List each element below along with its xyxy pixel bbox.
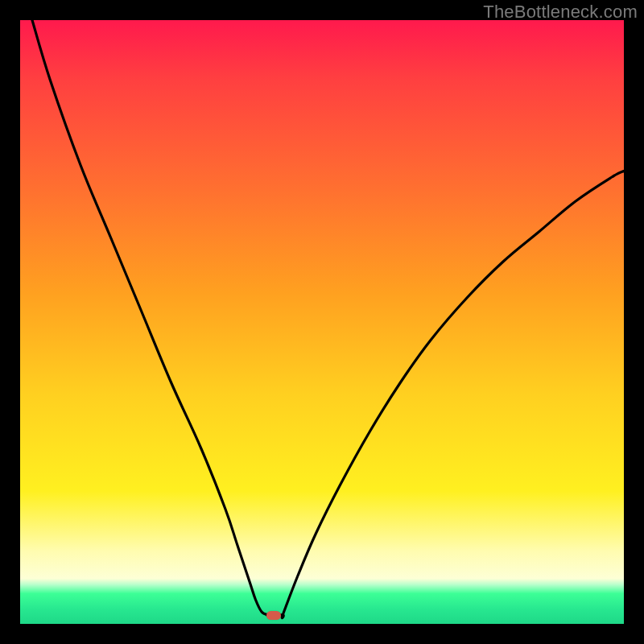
chart-plot-area	[20, 20, 624, 624]
chart-frame: TheBottleneck.com	[0, 0, 644, 644]
bottleneck-marker	[266, 611, 281, 620]
watermark-text: TheBottleneck.com	[483, 2, 638, 23]
bottleneck-curve	[20, 20, 624, 624]
